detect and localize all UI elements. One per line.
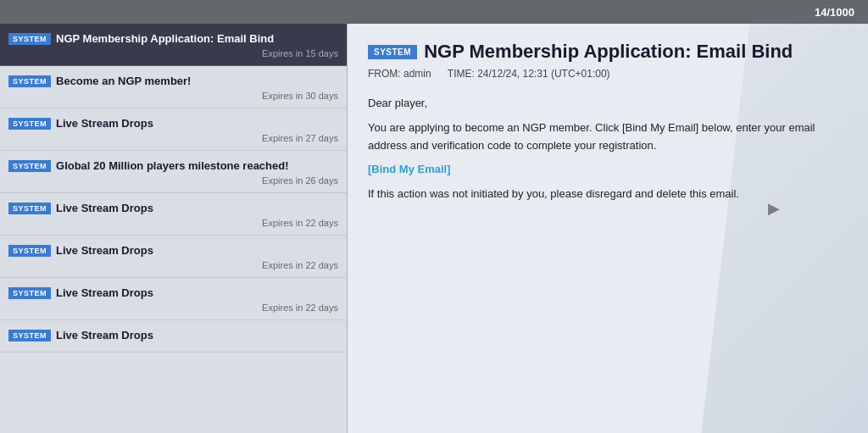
mail-item-header-6: SYSTEMLive Stream Drops [0, 236, 347, 260]
mail-item-title-7: Live Stream Drops [56, 286, 153, 299]
mail-list-item-6[interactable]: SYSTEMLive Stream DropsExpires in 22 day… [0, 236, 347, 278]
mail-list-item-1[interactable]: SYSTEMNGP Membership Application: Email … [0, 24, 347, 66]
system-badge-3: SYSTEM [8, 118, 51, 130]
mail-item-expires-4: Expires in 26 days [0, 175, 347, 192]
email-body: Dear player, You are applying to become … [368, 95, 848, 203]
email-detail-title: NGP Membership Application: Email Bind [424, 41, 793, 63]
email-from: FROM: admin [368, 68, 431, 80]
mail-item-title-4: Global 20 Million players milestone reac… [56, 159, 289, 172]
body-greeting: Dear player, [368, 95, 848, 113]
main-container: SYSTEMNGP Membership Application: Email … [0, 24, 868, 433]
mail-item-expires-2: Expires in 30 days [0, 91, 347, 108]
email-time: TIME: 24/12/24, 12:31 (UTC+01:00) [448, 68, 610, 80]
mail-item-expires-5: Expires in 22 days [0, 218, 347, 235]
mail-list-item-5[interactable]: SYSTEMLive Stream DropsExpires in 22 day… [0, 193, 347, 236]
email-meta: FROM: admin TIME: 24/12/24, 12:31 (UTC+0… [368, 68, 848, 80]
mail-item-header-8: SYSTEMLive Stream Drops [0, 320, 347, 345]
top-bar: 14/1000 [0, 0, 868, 24]
mail-item-header-1: SYSTEMNGP Membership Application: Email … [0, 24, 347, 48]
system-badge-2: SYSTEM [8, 75, 51, 87]
mail-item-expires-3: Expires in 27 days [0, 133, 347, 150]
mail-item-title-1: NGP Membership Application: Email Bind [56, 32, 274, 45]
system-badge-detail: SYSTEM [368, 45, 417, 59]
system-badge-6: SYSTEM [8, 245, 51, 257]
mail-item-title-8: Live Stream Drops [56, 329, 153, 341]
mail-item-expires-1: Expires in 15 days [0, 48, 347, 65]
system-badge-5: SYSTEM [8, 203, 51, 214]
mail-item-header-4: SYSTEMGlobal 20 Million players mileston… [0, 151, 347, 175]
system-badge-4: SYSTEM [8, 160, 51, 172]
cursor-icon: ▶ [768, 197, 780, 221]
system-badge-1: SYSTEM [8, 33, 51, 45]
mail-list-panel: SYSTEMNGP Membership Application: Email … [0, 24, 348, 433]
mail-item-header-5: SYSTEMLive Stream Drops [0, 193, 347, 218]
mail-detail-panel: SYSTEM NGP Membership Application: Email… [348, 24, 868, 433]
bind-email-link[interactable]: [Bind My Email] [368, 163, 451, 175]
mail-item-title-3: Live Stream Drops [56, 117, 153, 130]
mail-item-expires-8 [0, 345, 347, 352]
mail-item-expires-7: Expires in 22 days [0, 303, 347, 319]
mail-list-item-3[interactable]: SYSTEMLive Stream DropsExpires in 27 day… [0, 108, 347, 151]
mail-item-title-6: Live Stream Drops [56, 244, 153, 257]
mail-item-title-5: Live Stream Drops [56, 202, 153, 214]
mail-item-title-2: Become an NGP member! [56, 75, 191, 87]
body-main: You are applying to become an NGP member… [368, 119, 848, 155]
mail-list-item-2[interactable]: SYSTEMBecome an NGP member!Expires in 30… [0, 66, 347, 108]
mail-list-item-7[interactable]: SYSTEMLive Stream DropsExpires in 22 day… [0, 278, 347, 320]
mail-list-item-8[interactable]: SYSTEMLive Stream Drops [0, 320, 347, 353]
email-header: SYSTEM NGP Membership Application: Email… [368, 41, 848, 63]
mail-item-expires-6: Expires in 22 days [0, 260, 347, 277]
system-badge-7: SYSTEM [8, 287, 51, 299]
mail-list-item-4[interactable]: SYSTEMGlobal 20 Million players mileston… [0, 151, 347, 193]
mail-item-header-3: SYSTEMLive Stream Drops [0, 108, 347, 133]
mail-item-header-7: SYSTEMLive Stream Drops [0, 278, 347, 303]
mail-counter: 14/1000 [815, 6, 854, 19]
mail-item-header-2: SYSTEMBecome an NGP member! [0, 66, 347, 91]
system-badge-8: SYSTEM [8, 330, 51, 341]
